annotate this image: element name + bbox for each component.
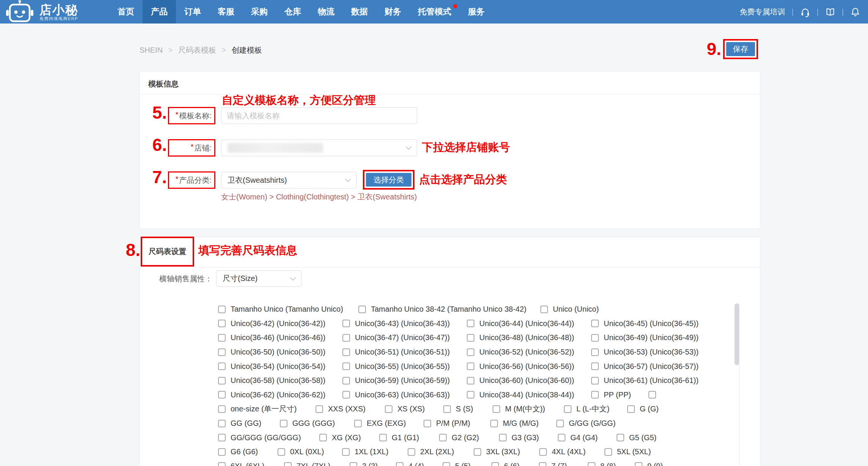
checkbox-icon[interactable] [315, 405, 323, 413]
size-option[interactable]: GGG (GGG) [280, 419, 354, 428]
headset-icon[interactable] [800, 7, 810, 17]
size-option[interactable]: G4 (G4) [558, 433, 617, 442]
size-option[interactable]: M (M(中文)) [493, 404, 564, 414]
checkbox-icon[interactable] [467, 362, 474, 370]
checkbox-icon[interactable] [396, 462, 403, 466]
axis-attribute-select[interactable]: 尺寸(Size) [216, 270, 301, 287]
nav-item[interactable]: 物流 [309, 0, 343, 24]
category-select[interactable]: 卫衣(Sweatshirts) [221, 172, 356, 188]
checkbox-icon[interactable] [493, 405, 500, 413]
checkbox-icon[interactable] [218, 320, 226, 327]
nav-item[interactable]: 仓库 [276, 0, 309, 24]
size-option[interactable]: 8 (8) [588, 462, 635, 466]
size-option[interactable]: M/G (M/G) [490, 419, 556, 428]
nav-item[interactable]: 服务 [460, 0, 493, 24]
checkbox-icon[interactable] [218, 434, 226, 441]
size-option[interactable]: EXG (EXG) [354, 419, 424, 428]
bell-icon[interactable] [850, 7, 860, 17]
checkbox-icon[interactable] [218, 348, 226, 356]
checkbox-icon[interactable] [342, 348, 350, 356]
checkbox-icon[interactable] [342, 448, 350, 456]
checkbox-icon[interactable] [539, 462, 546, 466]
size-option[interactable]: Unico(36-57) (Unico(36-57)) [591, 362, 698, 371]
checkbox-icon[interactable] [635, 462, 642, 466]
size-option[interactable]: 4XL (4XL) [539, 447, 604, 456]
shop-select[interactable] [221, 140, 417, 156]
checkbox-icon[interactable] [218, 405, 226, 413]
checkbox-icon[interactable] [467, 320, 474, 327]
checkbox-icon[interactable] [474, 448, 481, 456]
size-option[interactable]: Unico(36-59) (Unico(36-59)) [342, 376, 467, 385]
checkbox-icon[interactable] [499, 434, 507, 441]
checkbox-icon[interactable] [354, 420, 362, 427]
choose-category-button[interactable]: 选择分类 [366, 173, 411, 187]
checkbox-icon[interactable] [218, 362, 226, 370]
nav-item[interactable]: 客服 [209, 0, 243, 24]
size-option[interactable]: L (L-中文) [564, 404, 627, 414]
size-option[interactable]: Unico(36-50) (Unico(36-50)) [218, 348, 342, 356]
checkbox-icon[interactable] [564, 405, 571, 413]
size-option[interactable]: G3 (G3) [499, 433, 558, 442]
size-option[interactable]: Unico(36-48) (Unico(36-48)) [467, 333, 591, 342]
size-option[interactable]: Unico(36-56) (Unico(36-56)) [467, 362, 591, 371]
checkbox-icon[interactable] [280, 420, 287, 427]
size-option[interactable]: G2 (G2) [439, 433, 499, 442]
size-option[interactable]: Unico(36-62) (Unico(36-62)) [218, 391, 342, 399]
checkbox-icon[interactable] [342, 334, 350, 342]
checkbox-icon[interactable] [588, 462, 595, 466]
checkbox-icon[interactable] [443, 405, 451, 413]
nav-item[interactable]: 采购 [243, 0, 276, 24]
size-option[interactable]: GG/GGG (GG/GGG) [218, 433, 319, 442]
size-option[interactable]: 3 (3) [350, 462, 396, 466]
size-option[interactable]: Unico(36-54) (Unico(36-54)) [218, 362, 342, 371]
checkbox-icon[interactable] [424, 420, 431, 427]
size-option[interactable]: Unico(36-51) (Unico(36-51)) [342, 348, 467, 356]
checkbox-icon[interactable] [443, 462, 450, 466]
save-button[interactable]: 保存 [726, 42, 755, 56]
size-option[interactable]: Unico(36-61) (Unico(36-61)) [591, 376, 698, 385]
size-option[interactable]: 6XL (6XL) [218, 462, 284, 466]
checkbox-icon[interactable] [218, 391, 226, 399]
size-option[interactable]: Unico(36-45) (Unico(36-45)) [591, 319, 698, 328]
size-option[interactable]: Unico(38-44) (Unico(38-44)) [467, 391, 591, 399]
size-option[interactable]: Unico(36-53) (Unico(36-53)) [591, 348, 698, 356]
size-option[interactable]: Unico (Unico) [540, 305, 599, 314]
checkbox-icon[interactable] [490, 420, 498, 427]
nav-item[interactable]: 财务 [376, 0, 410, 24]
size-option[interactable]: Tamanho Unico 38-42 (Tamanho Unico 38-42… [358, 305, 540, 314]
free-training-link[interactable]: 免费专属培训 [739, 7, 785, 17]
size-option[interactable]: GG (GG) [218, 419, 280, 428]
nav-item[interactable]: 产品 [143, 0, 176, 24]
checkbox-icon[interactable] [627, 405, 635, 413]
manual-book-icon[interactable] [825, 7, 835, 17]
nav-item[interactable]: 托管模式 [410, 0, 460, 24]
template-name-input[interactable] [221, 107, 417, 124]
checkbox-icon[interactable] [284, 462, 292, 466]
size-option[interactable]: 2XL (2XL) [408, 447, 474, 456]
size-option[interactable]: Unico(36-52) (Unico(36-52)) [467, 348, 591, 356]
checkbox-icon[interactable] [218, 377, 226, 384]
checkbox-icon[interactable] [218, 306, 226, 313]
breadcrumb-item-size-templates[interactable]: 尺码表模板 [178, 46, 216, 54]
checkbox-icon[interactable] [342, 320, 350, 327]
size-option[interactable]: P/M (P/M) [424, 419, 490, 428]
checkbox-icon[interactable] [218, 448, 226, 456]
checkbox-icon[interactable] [591, 362, 599, 370]
scrollbar-thumb[interactable] [735, 303, 739, 365]
checkbox-icon[interactable] [342, 362, 350, 370]
checkbox-icon[interactable] [591, 377, 599, 384]
checkbox-icon[interactable] [648, 391, 656, 399]
checkbox-icon[interactable] [539, 448, 547, 456]
size-option[interactable]: Unico(36-49) (Unico(36-49)) [591, 333, 698, 342]
checkbox-icon[interactable] [467, 377, 474, 384]
size-option[interactable]: G6 (G6) [218, 447, 278, 456]
nav-item[interactable]: 数据 [343, 0, 376, 24]
checkbox-icon[interactable] [218, 420, 226, 427]
size-option[interactable]: Unico(36-44) (Unico(36-44)) [467, 319, 591, 328]
checkbox-icon[interactable] [319, 434, 327, 441]
size-option[interactable]: Unico(36-46) (Unico(36-46)) [218, 333, 342, 342]
checkbox-icon[interactable] [467, 391, 474, 399]
breadcrumb-item-shein[interactable]: SHEIN [140, 46, 163, 54]
checkbox-icon[interactable] [591, 348, 599, 356]
checkbox-icon[interactable] [558, 434, 565, 441]
